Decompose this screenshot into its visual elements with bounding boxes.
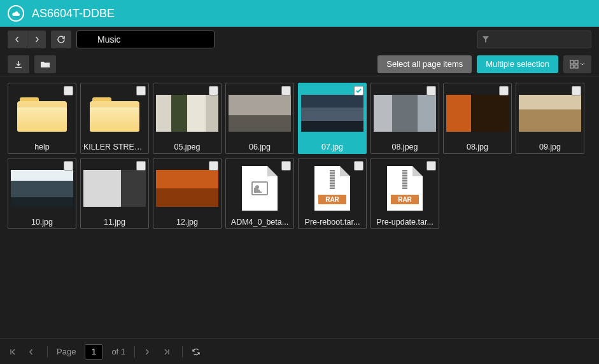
download-button[interactable] <box>8 55 29 73</box>
refresh-icon <box>57 35 66 44</box>
chevron-right-icon <box>144 349 150 355</box>
image-thumbnail <box>156 170 218 207</box>
item-checkbox[interactable] <box>281 86 291 95</box>
folder-icon <box>17 95 67 132</box>
select-all-button[interactable]: Select all page items <box>377 55 472 73</box>
last-page-icon <box>163 348 171 356</box>
multiple-selection-button[interactable]: Multiple selection <box>477 55 558 73</box>
file-grid: helpKILLER STREET...05.jpeg06.jpg07.jpg0… <box>0 76 599 235</box>
item-checkbox[interactable] <box>354 86 363 95</box>
last-page-button[interactable] <box>163 348 173 356</box>
grid-item[interactable]: 06.jpg <box>225 83 294 154</box>
item-label: KILLER STREET... <box>81 141 148 153</box>
reload-button[interactable] <box>192 347 202 356</box>
back-button[interactable] <box>8 31 27 48</box>
grid-icon <box>570 60 579 69</box>
page-of: of 1 <box>111 347 125 356</box>
chevron-left-icon <box>28 349 34 355</box>
item-checkbox[interactable] <box>64 161 73 171</box>
filter-input[interactable] <box>477 31 591 48</box>
grid-item[interactable]: 09.jpg <box>516 83 584 154</box>
item-label: ADM4_0_beta... <box>226 216 293 228</box>
item-label: help <box>8 141 76 153</box>
folder-icon <box>40 60 50 69</box>
item-label: 09.jpg <box>516 141 584 153</box>
item-label: 11.jpg <box>81 216 148 228</box>
image-thumbnail <box>374 95 436 132</box>
item-checkbox[interactable] <box>209 161 218 171</box>
image-thumbnail <box>83 170 146 207</box>
first-page-button[interactable] <box>9 348 19 356</box>
filter-icon <box>482 36 490 43</box>
cloud-logo <box>8 5 24 22</box>
svg-rect-1 <box>575 60 578 64</box>
item-checkbox[interactable] <box>64 86 73 95</box>
view-mode-button[interactable] <box>563 55 591 73</box>
header-bar: AS6604T-DDBE <box>0 0 599 27</box>
folder-icon <box>90 95 139 132</box>
grid-item[interactable]: 11.jpg <box>80 158 149 229</box>
archive-icon: RAR <box>314 166 350 211</box>
grid-item[interactable]: RARPre-update.tar... <box>370 158 439 229</box>
first-page-icon <box>9 348 17 356</box>
grid-item[interactable]: RARPre-reboot.tar... <box>298 158 367 229</box>
item-label: 08.jpg <box>444 141 511 153</box>
refresh-button[interactable] <box>51 31 71 48</box>
toolbar-actions: Select all page items Multiple selection <box>0 52 599 76</box>
download-icon <box>14 60 23 69</box>
document-icon <box>242 166 278 211</box>
item-checkbox[interactable] <box>426 86 436 95</box>
image-thumbnail <box>519 95 581 132</box>
chevron-down-icon <box>580 62 585 66</box>
grid-item[interactable]: 05.jpeg <box>153 83 222 154</box>
page-label: Page <box>57 347 76 356</box>
cloud-icon <box>11 10 20 17</box>
grid-item[interactable]: 12.jpg <box>153 158 222 229</box>
item-label: 07.jpg <box>299 141 366 153</box>
page-input[interactable] <box>85 344 102 360</box>
item-checkbox[interactable] <box>209 86 218 95</box>
grid-item[interactable]: 07.jpg <box>298 83 367 154</box>
svg-rect-3 <box>575 65 578 68</box>
image-thumbnail <box>446 95 509 132</box>
check-icon <box>355 87 362 94</box>
archive-icon: RAR <box>387 166 423 211</box>
chevron-right-icon <box>34 36 40 43</box>
svg-rect-0 <box>570 60 574 64</box>
item-label: Pre-update.tar... <box>371 216 439 228</box>
item-checkbox[interactable] <box>136 161 146 171</box>
forward-button[interactable] <box>27 31 46 48</box>
image-thumbnail <box>229 95 291 132</box>
grid-item[interactable]: KILLER STREET... <box>80 83 149 154</box>
image-thumbnail <box>156 95 218 132</box>
item-label: Pre-reboot.tar... <box>299 216 366 228</box>
image-thumbnail <box>11 170 73 207</box>
item-checkbox[interactable] <box>136 86 146 95</box>
grid-item[interactable]: 10.jpg <box>8 158 76 229</box>
item-checkbox[interactable] <box>572 86 581 95</box>
next-page-button[interactable] <box>144 349 154 355</box>
item-label: 06.jpg <box>226 141 293 153</box>
item-label: 08.jpeg <box>371 141 439 153</box>
folder-button[interactable] <box>34 55 56 73</box>
grid-item[interactable]: ADM4_0_beta... <box>225 158 294 229</box>
svg-rect-2 <box>570 65 574 68</box>
item-label: 12.jpg <box>153 216 221 228</box>
image-thumbnail <box>301 95 363 132</box>
grid-item[interactable]: 08.jpg <box>443 83 512 154</box>
path-input[interactable] <box>76 31 215 48</box>
grid-item[interactable]: 08.jpeg <box>370 83 439 154</box>
pager-bar: Page of 1 <box>0 339 599 364</box>
app-title: AS6604T-DDBE <box>32 7 115 20</box>
item-checkbox[interactable] <box>281 161 291 171</box>
item-checkbox[interactable] <box>426 161 436 171</box>
item-checkbox[interactable] <box>354 161 363 171</box>
item-label: 10.jpg <box>8 216 76 228</box>
reload-icon <box>192 347 201 356</box>
toolbar-nav <box>0 27 599 52</box>
chevron-left-icon <box>14 36 20 43</box>
grid-item[interactable]: help <box>8 83 76 154</box>
item-label: 05.jpeg <box>153 141 221 153</box>
prev-page-button[interactable] <box>28 349 38 355</box>
item-checkbox[interactable] <box>499 86 509 95</box>
